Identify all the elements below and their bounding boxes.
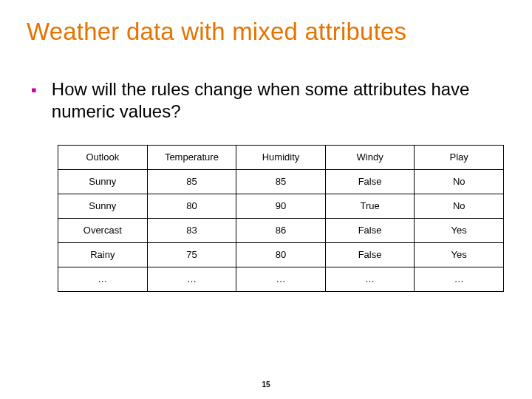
cell: 85 <box>236 169 326 194</box>
cell: … <box>325 267 415 291</box>
table-row: … … … … … <box>58 267 504 291</box>
cell: … <box>147 267 236 291</box>
cell: Overcast <box>58 218 148 242</box>
bullet-icon: ▪ <box>31 80 37 100</box>
cell: … <box>415 267 504 291</box>
col-play: Play <box>415 145 504 169</box>
cell: Yes <box>415 218 504 242</box>
cell: No <box>415 169 504 194</box>
cell: No <box>415 194 504 218</box>
col-outlook: Outlook <box>58 145 148 169</box>
cell: 75 <box>147 242 236 267</box>
table-row: Rainy 75 80 False Yes <box>58 242 504 267</box>
cell: … <box>236 267 326 291</box>
table-row: Sunny 85 85 False No <box>58 169 504 194</box>
cell: Yes <box>415 242 504 267</box>
cell: False <box>325 242 415 267</box>
cell: True <box>325 194 415 218</box>
slide: Weather data with mixed attributes ▪ How… <box>0 0 532 399</box>
col-temperature: Temperature <box>147 145 236 169</box>
bullet-text: How will the rules change when some attr… <box>52 78 480 123</box>
table-row: Sunny 80 90 True No <box>58 194 504 218</box>
bullet-item: ▪ How will the rules change when some at… <box>31 78 505 123</box>
table-header-row: Outlook Temperature Humidity Windy Play <box>58 145 504 169</box>
cell: … <box>58 267 148 291</box>
cell: 85 <box>147 169 236 194</box>
cell: 90 <box>236 194 326 218</box>
col-windy: Windy <box>325 145 415 169</box>
cell: False <box>325 169 415 194</box>
page-number: 15 <box>0 381 532 389</box>
cell: Sunny <box>58 194 148 218</box>
cell: 80 <box>236 242 326 267</box>
table-row: Overcast 83 86 False Yes <box>58 218 504 242</box>
cell: 86 <box>236 218 326 242</box>
cell: 80 <box>147 194 236 218</box>
cell: Rainy <box>58 242 148 267</box>
cell: False <box>325 218 415 242</box>
cell: 83 <box>147 218 236 242</box>
page-title: Weather data with mixed attributes <box>27 18 505 46</box>
weather-table: Outlook Temperature Humidity Windy Play … <box>58 145 504 292</box>
col-humidity: Humidity <box>236 145 326 169</box>
cell: Sunny <box>58 169 148 194</box>
